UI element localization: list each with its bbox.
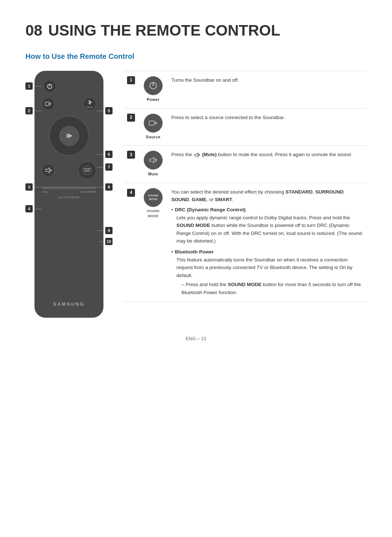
soundmode-btn-label: SOUND MODE — [142, 208, 164, 219]
remote-body: PAIR — [34, 71, 103, 318]
indicator-10: 10 — [105, 238, 113, 245]
soundmode-icon: SOUND MODE — [144, 188, 163, 207]
mute-button[interactable] — [42, 164, 55, 177]
indicator-6: 6 — [105, 151, 113, 158]
indicator-4: 4 — [25, 205, 33, 212]
table-row-power: 1 Power Turns the Soundbar on and off. — [123, 71, 367, 109]
soundbar-label: SOUNDBAR — [58, 196, 80, 199]
table-row-source: 2 Source Press to select a source conn — [123, 108, 367, 146]
bluetooth-pair-button[interactable]: PAIR — [83, 97, 96, 110]
source-button[interactable] — [42, 97, 55, 110]
title-text: USING THE REMOTE CONTROL — [48, 22, 280, 39]
bullet-drc: •DRC (Dynamic Range Control) Lets you ap… — [171, 206, 363, 245]
bullet-bluetooth-power: •Bluetooth Power This feature automatica… — [171, 248, 363, 297]
svg-text:SOUND: SOUND — [148, 194, 159, 197]
mute-btn-label: Mute — [142, 171, 164, 178]
play-pause-button[interactable] — [59, 126, 79, 146]
dpad[interactable] — [49, 116, 89, 156]
indicator-2: 2 — [25, 107, 33, 114]
footer-text: ENG – 15 — [185, 336, 206, 341]
desc-cell-power: Turns the Soundbar on and off. — [168, 71, 367, 109]
indicator-5: 5 — [105, 107, 113, 114]
num-cell-2: 2 — [123, 108, 139, 146]
page-footer: ENG – 15 — [25, 336, 367, 341]
indicator-8: 8 — [105, 183, 113, 191]
num-cell-3: 3 — [123, 146, 139, 183]
icon-cell-soundmode: SOUND MODE SOUND MODE — [139, 183, 168, 302]
table-row-soundmode: 4 SOUND MODE SOUND MODE You — [123, 183, 367, 302]
num-cell-4: 4 — [123, 183, 139, 302]
svg-marker-10 — [46, 168, 49, 173]
desc-cell-source: Press to select a source connected to th… — [168, 108, 367, 146]
woofer-label: WOOFER — [81, 190, 96, 194]
source-icon — [144, 114, 163, 133]
section-title: How to Use the Remote Control — [25, 52, 367, 61]
sound-mode-button[interactable]: SOUND MODE — [78, 161, 96, 179]
info-table-section: 1 Power Turns the Soundbar on and off. — [123, 71, 367, 302]
svg-marker-9 — [70, 134, 72, 138]
icon-cell-mute: Mute — [139, 146, 168, 183]
icon-cell-source: Source — [139, 108, 168, 146]
svg-rect-18 — [149, 121, 154, 125]
sub-bullet-sound-mode: Press and hold the SOUND MODE button for… — [171, 281, 363, 296]
num-cell-1: 1 — [123, 71, 139, 109]
power-icon — [144, 76, 163, 95]
power-button[interactable] — [43, 80, 56, 93]
svg-text:MODE: MODE — [149, 198, 158, 201]
info-table: 1 Power Turns the Soundbar on and off. — [123, 71, 367, 302]
svg-marker-23 — [195, 153, 198, 157]
svg-text:MODE: MODE — [85, 170, 90, 172]
source-btn-label: Source — [142, 134, 164, 141]
remote-illustration: 1 2 3 4 5 6 7 — [25, 71, 113, 318]
samsung-brand: SAMSUNG — [53, 301, 85, 307]
main-content: 1 2 3 4 5 6 7 — [25, 71, 367, 318]
indicator-7: 7 — [105, 163, 113, 171]
indicator-3: 3 — [25, 183, 33, 191]
page-title: 08USING THE REMOTE CONTROL — [25, 22, 367, 39]
mute-icon — [144, 151, 163, 170]
chapter-number: 08 — [25, 22, 42, 39]
power-btn-label: Power — [142, 97, 164, 103]
volume-area: VOL WOOFER — [42, 185, 96, 194]
indicator-9: 9 — [105, 227, 113, 234]
indicator-1: 1 — [25, 82, 33, 90]
svg-rect-2 — [45, 102, 49, 106]
svg-marker-20 — [150, 157, 154, 163]
icon-cell-power: Power — [139, 71, 168, 109]
table-row-mute: 3 Mute Press the — [123, 146, 367, 183]
desc-cell-mute: Press the (Mute) button to mute the soun… — [168, 146, 367, 183]
desc-cell-soundmode: You can select the desired sound effect … — [168, 183, 367, 302]
vol-label: VOL — [42, 190, 49, 194]
